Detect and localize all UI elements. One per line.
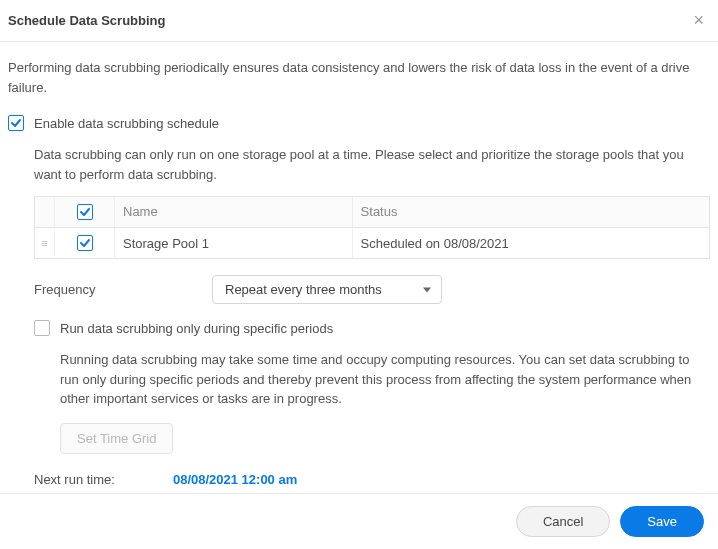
pool-intro: Data scrubbing can only run on one stora… (34, 145, 710, 184)
next-run-label: Next run time: (34, 472, 115, 487)
col-handle-header (35, 197, 55, 227)
enable-section: Data scrubbing can only run on one stora… (34, 145, 710, 487)
titlebar: Schedule Data Scrubbing × (0, 0, 718, 42)
row-check-cell (55, 228, 115, 258)
row-checkbox[interactable] (77, 235, 93, 251)
col-check-header (55, 197, 115, 227)
enable-label: Enable data scrubbing schedule (34, 116, 219, 131)
enable-row: Enable data scrubbing schedule (8, 115, 710, 131)
intro-text: Performing data scrubbing periodically e… (8, 58, 710, 97)
dialog-content: Performing data scrubbing periodically e… (0, 42, 718, 493)
enable-checkbox[interactable] (8, 115, 24, 131)
cancel-button[interactable]: Cancel (516, 506, 610, 537)
chevron-down-icon (423, 287, 431, 292)
col-name-header: Name (115, 197, 353, 227)
close-icon[interactable]: × (693, 10, 704, 31)
save-button[interactable]: Save (620, 506, 704, 537)
pool-table: Name Status ≡ Storage Pool 1 Scheduled o… (34, 196, 710, 259)
frequency-select[interactable]: Repeat every three months (212, 275, 442, 304)
col-status-header: Status (353, 197, 709, 227)
frequency-row: Frequency Repeat every three months (34, 275, 710, 304)
next-run-row: Next run time: 08/08/2021 12:00 am (34, 472, 710, 487)
next-run-value: 08/08/2021 12:00 am (173, 472, 297, 487)
row-status: Scheduled on 08/08/2021 (353, 229, 709, 258)
periods-subsection: Running data scrubbing may take some tim… (60, 350, 710, 454)
table-row: ≡ Storage Pool 1 Scheduled on 08/08/2021 (35, 228, 709, 258)
dialog-title: Schedule Data Scrubbing (8, 13, 165, 28)
select-all-checkbox[interactable] (77, 204, 93, 220)
dialog-footer: Cancel Save (0, 493, 718, 549)
drag-handle-icon[interactable]: ≡ (35, 231, 55, 256)
periods-label: Run data scrubbing only during specific … (60, 321, 333, 336)
row-name: Storage Pool 1 (115, 229, 353, 258)
periods-row: Run data scrubbing only during specific … (34, 320, 710, 336)
dialog: Schedule Data Scrubbing × Performing dat… (0, 0, 718, 549)
set-time-grid-button[interactable]: Set Time Grid (60, 423, 173, 454)
table-header: Name Status (35, 197, 709, 228)
periods-description: Running data scrubbing may take some tim… (60, 350, 710, 409)
frequency-label: Frequency (34, 282, 204, 297)
frequency-selected: Repeat every three months (225, 282, 382, 297)
periods-checkbox[interactable] (34, 320, 50, 336)
